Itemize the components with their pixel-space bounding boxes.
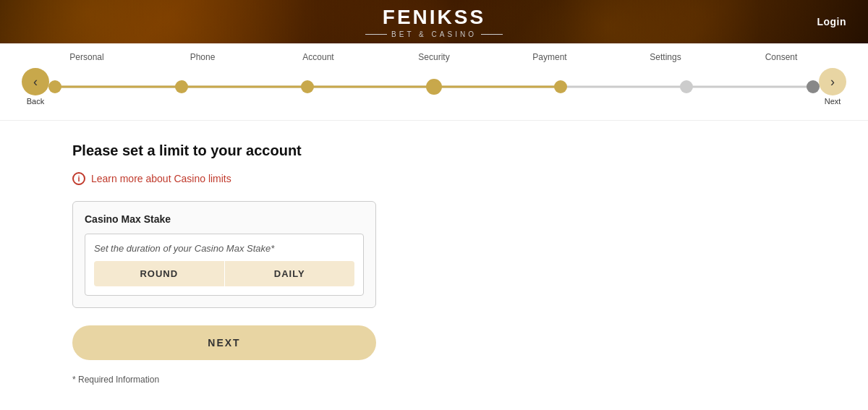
duration-box: Set the duration of your Casino Max Stak… <box>85 234 364 296</box>
step-dot-0[interactable] <box>48 80 61 93</box>
back-label: Back <box>27 97 44 106</box>
main-content: Please set a limit to your account i Lea… <box>0 121 579 406</box>
next-big-button[interactable]: NEXT <box>72 325 376 360</box>
casino-max-stake-card: Casino Max Stake Set the duration of you… <box>72 201 376 308</box>
step-dot-3[interactable] <box>426 79 442 95</box>
learn-more-link[interactable]: i Learn more about Casino limits <box>72 172 506 185</box>
step-dot-5[interactable] <box>680 80 693 93</box>
step-dot-6[interactable] <box>807 80 820 93</box>
logo-sub: BET & CASINO <box>365 30 503 38</box>
step-dot-1[interactable] <box>175 80 188 93</box>
stepper-row: ‹ Back › Next <box>22 68 846 106</box>
step-label-personal: Personal <box>29 52 145 62</box>
duration-label: Set the duration of your Casino Max Stak… <box>94 243 354 254</box>
logo: FENIKSS BET & CASINO <box>365 6 503 38</box>
card-title: Casino Max Stake <box>85 213 364 225</box>
header: FENIKSS BET & CASINO Login <box>0 0 868 43</box>
step-dot-2[interactable] <box>301 80 314 93</box>
required-note: * Required Information <box>72 375 506 385</box>
step-label-payment: Payment <box>492 52 608 62</box>
step-label-account: Account <box>260 52 376 62</box>
next-group: › Next <box>819 68 846 106</box>
steps-track <box>55 73 813 101</box>
step-label-consent: Consent <box>723 52 839 62</box>
step-dot-4[interactable] <box>554 80 567 93</box>
learn-more-text: Learn more about Casino limits <box>91 173 231 184</box>
info-icon: i <box>72 172 85 185</box>
page-title: Please set a limit to your account <box>72 142 506 159</box>
round-option[interactable]: ROUND <box>94 261 224 286</box>
stepper-labels: Personal Phone Account Security Payment … <box>22 52 846 62</box>
daily-option[interactable]: DAILY <box>225 261 355 286</box>
step-label-settings: Settings <box>608 52 723 62</box>
stepper-container: Personal Phone Account Security Payment … <box>0 43 868 121</box>
next-nav-button[interactable]: › <box>819 68 846 95</box>
logo-main: FENIKSS <box>365 6 503 29</box>
duration-options: ROUND DAILY <box>94 261 354 286</box>
step-label-security: Security <box>376 52 492 62</box>
back-group: ‹ Back <box>22 68 49 106</box>
back-button[interactable]: ‹ <box>22 68 49 95</box>
step-label-phone: Phone <box>145 52 260 62</box>
next-label: Next <box>825 97 841 106</box>
login-button[interactable]: Login <box>817 16 846 27</box>
